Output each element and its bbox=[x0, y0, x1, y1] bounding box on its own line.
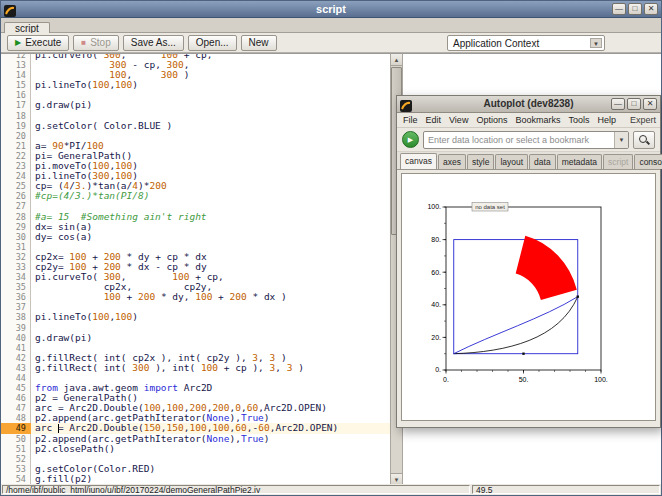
stop-icon: ■ bbox=[81, 38, 86, 47]
autoplot-menubar: FileEditViewOptionsBookmarksToolsHelp Ex… bbox=[397, 113, 660, 128]
line-number: 40 bbox=[1, 333, 31, 343]
magnifier-icon bbox=[639, 135, 647, 143]
status-file-path: /home/jbf/public_html/juno/u/jbf/2017022… bbox=[2, 485, 470, 494]
ap-tab-console[interactable]: console bbox=[634, 154, 662, 169]
minimize-icon[interactable]: — bbox=[611, 98, 625, 110]
stop-label: Stop bbox=[90, 37, 111, 48]
code-line[interactable]: 36 100 + 200 * dy, 100 + 200 * dx ) bbox=[1, 292, 390, 302]
line-number: 27 bbox=[1, 201, 31, 211]
script-tabbar: script bbox=[1, 18, 661, 33]
uri-input[interactable]: Enter data location or select a bookmark… bbox=[423, 131, 629, 149]
code-line[interactable]: 38pi.lineTo(100,100) bbox=[1, 312, 390, 322]
script-window-buttons: — □ ✕ bbox=[612, 3, 658, 15]
code-line[interactable]: 54g.fill(p2) bbox=[1, 474, 390, 484]
line-number: 38 bbox=[1, 312, 31, 322]
code-line[interactable]: 15pi.lineTo(100,100) bbox=[1, 80, 390, 90]
expert-toggle[interactable]: Expert bbox=[630, 115, 656, 125]
script-titlebar[interactable]: script — □ ✕ bbox=[1, 1, 661, 18]
ap-tab-style[interactable]: style bbox=[467, 154, 494, 169]
point-marker bbox=[577, 295, 579, 297]
close-icon[interactable]: ✕ bbox=[643, 98, 657, 110]
ap-tab-canvas[interactable]: canvas bbox=[400, 153, 437, 169]
uri-placeholder: Enter data location or select a bookmark bbox=[428, 135, 589, 145]
line-number: 18 bbox=[1, 111, 31, 121]
line-number: 30 bbox=[1, 232, 31, 242]
menu-tools[interactable]: Tools bbox=[564, 113, 593, 127]
uri-dropdown-icon[interactable]: ▼ bbox=[614, 132, 628, 148]
go-button[interactable]: ▶ bbox=[402, 131, 419, 148]
y-tick-label: 20. bbox=[431, 334, 441, 341]
x-tick-label: 50. bbox=[519, 376, 529, 383]
minimize-icon[interactable]: — bbox=[612, 3, 626, 15]
y-tick-label: 60. bbox=[431, 269, 441, 276]
code-line[interactable]: 19g.setColor( Color.BLUE ) bbox=[1, 121, 390, 131]
menu-options[interactable]: Options bbox=[472, 113, 511, 127]
line-number: 34 bbox=[1, 272, 31, 282]
y-tick-label: 40. bbox=[431, 301, 441, 308]
ap-tab-metadata[interactable]: metadata bbox=[557, 154, 602, 169]
autoplot-window-buttons: — □ ✕ bbox=[611, 98, 657, 110]
line-number: 50 bbox=[1, 434, 31, 444]
no-data-label: no data set bbox=[475, 204, 505, 210]
plot-canvas[interactable]: 0.20.40.60.80.100.0.50.100.no data set bbox=[401, 173, 656, 421]
line-number: 14 bbox=[1, 70, 31, 80]
autoplot-logo-icon bbox=[400, 98, 412, 110]
menu-view[interactable]: View bbox=[445, 113, 472, 127]
code-text: g.fillRect( int( 300 ), int( 100 + cp ),… bbox=[31, 363, 390, 373]
ap-tab-data[interactable]: data bbox=[529, 154, 556, 169]
line-number: 16 bbox=[1, 90, 31, 100]
autoplot-tabbar: canvasaxesstylelayoutdatametadatascriptc… bbox=[397, 152, 660, 170]
dropdown-icon: ▼ bbox=[590, 38, 602, 48]
menu-edit[interactable]: Edit bbox=[422, 113, 446, 127]
execute-button[interactable]: ▶ Execute bbox=[7, 35, 69, 51]
code-text: p2.closePath() bbox=[31, 444, 390, 454]
new-button[interactable]: New bbox=[241, 35, 277, 51]
line-number: 19 bbox=[1, 121, 31, 131]
line-number: 15 bbox=[1, 80, 31, 90]
code-line[interactable]: 40g.draw(pi) bbox=[1, 333, 390, 343]
open-button[interactable]: Open... bbox=[188, 35, 237, 51]
line-number: 41 bbox=[1, 343, 31, 353]
script-statusbar: /home/jbf/public_html/juno/u/jbf/2017022… bbox=[1, 484, 661, 495]
autoplot-titlebar[interactable]: Autoplot (dev8238) — □ ✕ bbox=[397, 96, 660, 113]
line-number: 39 bbox=[1, 323, 31, 333]
code-text: dy= cos(a) bbox=[31, 232, 390, 242]
menu-help[interactable]: Help bbox=[593, 113, 620, 127]
maximize-icon[interactable]: □ bbox=[628, 3, 642, 15]
line-number: 29 bbox=[1, 222, 31, 232]
menu-bookmarks[interactable]: Bookmarks bbox=[511, 113, 564, 127]
code-text: g.setColor( Color.BLUE ) bbox=[31, 121, 390, 131]
code-line[interactable]: 17g.draw(pi) bbox=[1, 100, 390, 110]
line-number: 45 bbox=[1, 383, 31, 393]
code-line[interactable]: 51p2.closePath() bbox=[1, 444, 390, 454]
point-marker bbox=[522, 353, 524, 355]
open-label: Open... bbox=[196, 37, 229, 48]
menu-file[interactable]: File bbox=[399, 113, 422, 127]
scroll-up-icon[interactable]: ▲ bbox=[391, 54, 402, 66]
line-number: 23 bbox=[1, 161, 31, 171]
code-line[interactable]: 30dy= cos(a) bbox=[1, 232, 390, 242]
line-number: 49 bbox=[1, 423, 31, 433]
stop-button[interactable]: ■ Stop bbox=[73, 35, 118, 51]
application-context-combo[interactable]: Application Context ▼ bbox=[447, 35, 605, 51]
line-number: 12 bbox=[1, 53, 31, 60]
maximize-icon[interactable]: □ bbox=[627, 98, 641, 110]
save-as-button[interactable]: Save As... bbox=[123, 35, 184, 51]
status-cursor-position: 49,5 bbox=[472, 485, 660, 494]
x-tick-label: 0. bbox=[443, 376, 449, 383]
close-icon[interactable]: ✕ bbox=[644, 3, 658, 15]
code-text: pi.lineTo(100,100) bbox=[31, 80, 390, 90]
code-line[interactable]: 43g.fillRect( int( 300 ), int( 100 + cp … bbox=[1, 363, 390, 373]
autoplot-app-icon bbox=[4, 3, 16, 15]
ap-tab-layout[interactable]: layout bbox=[495, 154, 528, 169]
code-line[interactable]: 26#cp=(4/3.)*tan(PI/8) bbox=[1, 191, 390, 201]
line-number: 36 bbox=[1, 292, 31, 302]
code-editor[interactable]: 12pi.curveTo( 300, 100 + cp,13 300 - cp,… bbox=[1, 53, 390, 486]
inspect-button[interactable] bbox=[633, 131, 655, 149]
ap-tab-axes[interactable]: axes bbox=[438, 154, 466, 169]
line-number: 13 bbox=[1, 60, 31, 70]
script-window-title: script bbox=[1, 1, 661, 17]
line-number: 52 bbox=[1, 454, 31, 464]
line-number: 17 bbox=[1, 100, 31, 110]
line-number: 48 bbox=[1, 413, 31, 423]
